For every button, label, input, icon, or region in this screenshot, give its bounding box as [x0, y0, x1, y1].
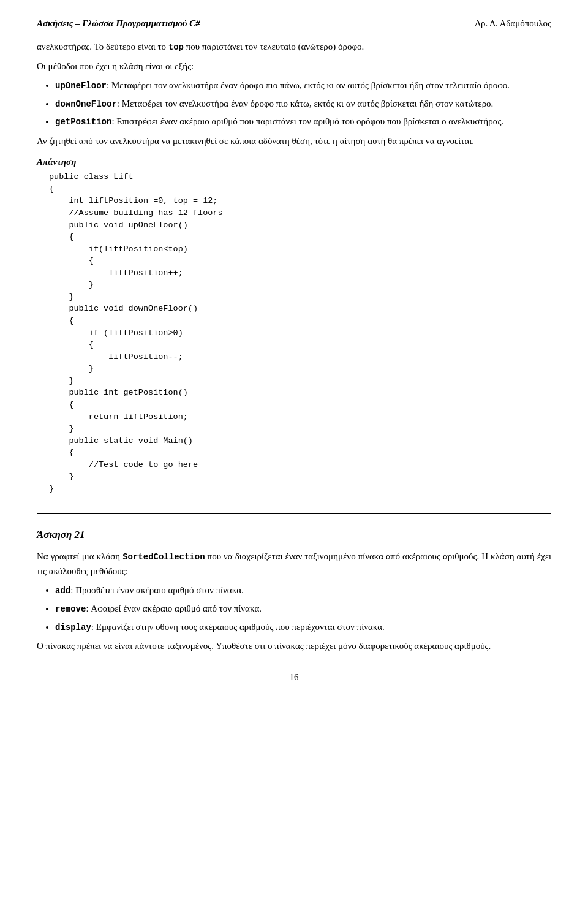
- ex21-method-display: display: Εμφανίζει στην οθόνη τους ακέρα…: [55, 620, 551, 635]
- exercise21-intro: Να γραφτεί μια κλάση SortedCollection πο…: [37, 550, 551, 578]
- ex21-method-add: add: Προσθέτει έναν ακέραιο αριθμό στον …: [55, 583, 551, 598]
- answer-heading: Απάντηση: [37, 157, 551, 167]
- page-author: Δρ. Δ. Αδαμόπουλος: [475, 18, 551, 29]
- ex21-method-desc-add: : Προσθέτει έναν ακέραιο αριθμό στον πίν…: [70, 585, 244, 595]
- method-desc-downonefloor: : Μεταφέρει τον ανελκυστήρα έναν όροφο π…: [117, 99, 494, 108]
- ex21-method-name-remove: remove: [55, 604, 86, 614]
- intro-text: ανελκυστήρας. Το δεύτερο είναι το top πο…: [37, 40, 551, 55]
- code-block: public class Lift { int liftPosition =0,…: [49, 171, 551, 494]
- method-name-getposition: getPosition: [55, 117, 111, 127]
- page-header: Ασκήσεις – Γλώσσα Προγραμματισμού C# Δρ.…: [37, 18, 551, 29]
- code-sortedcollection: SortedCollection: [123, 552, 205, 562]
- methods-intro: Οι μέθοδοι που έχει η κλάση είναι οι εξή…: [37, 59, 551, 74]
- method-name-downonefloor: downOneFloor: [55, 99, 117, 109]
- ex21-method-desc-display: : Εμφανίζει στην οθόνη τους ακέραιους αρ…: [91, 622, 385, 632]
- page-title: Ασκήσεις – Γλώσσα Προγραμματισμού C#: [37, 18, 200, 29]
- method-name-uponefloor: upOneFloor: [55, 81, 107, 91]
- section-divider: [37, 513, 551, 514]
- method-item-downonefloor: downOneFloor: Μεταφέρει τον ανελκυστήρα …: [55, 97, 551, 112]
- page-number: 16: [37, 672, 551, 683]
- method-desc-uponefloor: : Μεταφέρει τον ανελκυστήρα έναν όροφο π…: [107, 80, 510, 90]
- ex21-method-name-display: display: [55, 623, 91, 632]
- method-item-uponefloor: upOneFloor: Μεταφέρει τον ανελκυστήρα έν…: [55, 78, 551, 93]
- ignore-text: Αν ζητηθεί από τον ανελκυστήρα να μετακι…: [37, 134, 551, 148]
- exercise21-footer: Ο πίνακας πρέπει να είναι πάντοτε ταξινο…: [37, 639, 551, 653]
- exercise21-title: Άσκηση 21: [37, 529, 551, 541]
- method-item-getposition: getPosition: Επιστρέφει έναν ακέραιο αρι…: [55, 115, 551, 129]
- method-desc-getposition: : Επιστρέφει έναν ακέραιο αριθμό που παρ…: [111, 116, 503, 126]
- code-top: top: [168, 42, 184, 52]
- ex21-method-remove: remove: Αφαιρεί έναν ακέραιο αριθμό από …: [55, 602, 551, 616]
- exercise21-methods-list: add: Προσθέτει έναν ακέραιο αριθμό στον …: [55, 583, 551, 634]
- methods-list: upOneFloor: Μεταφέρει τον ανελκυστήρα έν…: [55, 78, 551, 129]
- ex21-method-name-add: add: [55, 586, 70, 596]
- ex21-method-desc-remove: : Αφαιρεί έναν ακέραιο αριθμό από τον πί…: [86, 604, 262, 613]
